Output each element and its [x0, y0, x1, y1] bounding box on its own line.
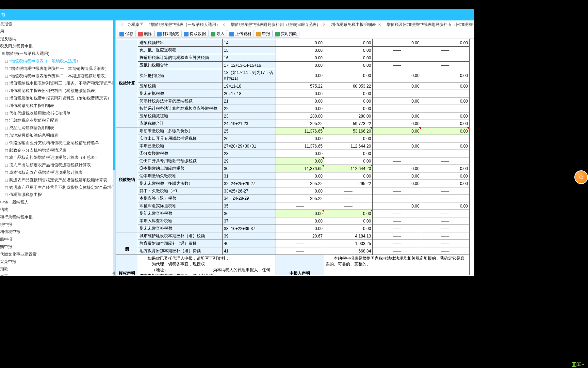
grid-row-18（如17<11，则为17，否则为11）: 实际抵扣税额18（如17<11，则为17，否则为11）0.000.000.000…	[116, 69, 470, 82]
sidebar-item-33[interactable]: 扣款	[0, 265, 115, 273]
cell-c2: 295.22	[324, 180, 372, 187]
sidebar-item-26[interactable]: 和行为税纳税申报	[0, 214, 115, 221]
sidebar-item-0[interactable]: 息报告	[0, 20, 115, 28]
cell-c4: ——	[421, 150, 469, 157]
cell-c1: 0.00	[276, 150, 324, 157]
tab-4[interactable]: 增值税及附加税费申报表附列资料五（附加税费情况表）✕	[384, 22, 474, 28]
sidebar-item-13[interactable]: 汇总纳税企业增值税分配表	[0, 117, 115, 124]
sidebar-item-29[interactable]: 船申报	[0, 236, 115, 243]
cell-c2: 4,184.13	[324, 232, 372, 240]
sidebar-item-7[interactable]: *增值税纳税申报表附列资料二（本期进项税额明细表）	[0, 73, 115, 80]
cell-c1[interactable]: 0.00	[276, 210, 324, 217]
sidebar-item-9[interactable]: 增值税纳税申报表附列资料四（税额抵减情况表）	[0, 87, 115, 95]
tab-0[interactable]: 办税桌面	[125, 22, 146, 28]
tab-1[interactable]: *增值税纳税申报表（一般纳税人适用）✕	[146, 22, 228, 28]
sidebar-item-23[interactable]: 值税预缴税款申报	[0, 191, 115, 199]
cell-c1[interactable]: 11,376.65	[276, 165, 324, 172]
import-button[interactable]: 导入	[208, 30, 227, 38]
tab-close-icon[interactable]: ✕	[376, 22, 381, 27]
sidebar-item-14[interactable]: 成品油购销存情况明细表	[0, 124, 115, 132]
row-label: 按简易计税办法计算的纳税检查应补缴税额	[138, 105, 223, 112]
cell-c2[interactable]: 0.00	[324, 210, 372, 217]
sidebar-item-22[interactable]: 购进农产品用于生产经营且不构成货物实体核定农产品增值税进项税额计算	[0, 184, 115, 191]
sidebar-item-18[interactable]: 农产品核定扣除增值税进项税额计算表（汇总表）	[0, 154, 115, 162]
save-button[interactable]: 保存	[117, 30, 136, 38]
fetch-button[interactable]: 提取数据	[181, 30, 208, 38]
upload-button[interactable]: 上传资料	[227, 30, 254, 38]
sidebar-collapse-icon[interactable]	[112, 271, 115, 275]
sidebar-item-12[interactable]: 代扣代缴税收通用缴款书抵扣清单	[0, 110, 115, 117]
sidebar-item-28[interactable]: 增值税申报	[0, 228, 115, 236]
row-number: 38=16+22+36-37	[223, 225, 276, 232]
cell-c4: ——	[421, 232, 469, 240]
sidebar-item-8[interactable]: 增值税纳税申报表附列资料三（服务、不动产和无形资产扣除项目明细）	[0, 80, 115, 87]
cell-c3: ——	[373, 217, 421, 225]
cell-c2: 0.00	[324, 47, 372, 54]
row-label: ②出口开具专用缴款书预缴税额	[138, 157, 223, 165]
cell-c2: ——	[324, 195, 372, 202]
auth-title: 授权声明	[116, 255, 138, 276]
sidebar-item-10[interactable]: 增值税及附加税费申报表附列资料五（附加税费情况表）	[0, 95, 115, 102]
save-label: 保存	[125, 31, 133, 37]
chat-float-icon[interactable]: ☺	[574, 170, 588, 184]
grid-row-23: 应纳税额减征额23280.00280.000.000.00	[116, 112, 470, 120]
cell-c2[interactable]: 53,166.20	[324, 127, 372, 135]
cell-c3[interactable]: 0.00	[373, 127, 421, 135]
cell-c2[interactable]: 112,644.20	[324, 165, 372, 172]
sidebar-item-5[interactable]: *增值税纳税申报表（一般纳税人适用）	[0, 58, 115, 65]
cell-c4: ——	[421, 217, 469, 225]
sidebar-item-21[interactable]: 购进农产品直接销售核定农产品增值税进项税额计算表	[0, 177, 115, 184]
fetch-label: 提取数据	[190, 31, 206, 37]
cell-c3: 0.00	[373, 112, 421, 120]
pay-button[interactable]: 实时扣款	[273, 30, 299, 38]
sidebar-item-2[interactable]: 报及缴纳	[0, 35, 115, 43]
fetch-icon	[184, 32, 189, 36]
sidebar-item-20[interactable]: 成本法核定农产品增值税进项税额计算表	[0, 169, 115, 177]
row-label: 应纳税额减征额	[138, 112, 223, 120]
grid-scroll[interactable]: 税款计算进项税额转出140.000.000.000.00免、抵、退应退税额150…	[116, 39, 474, 275]
grid-row-22: 按简易计税办法计算的纳税检查应补缴税额220.000.00————	[116, 105, 470, 112]
row-number: 14	[223, 39, 276, 47]
sidebar-item-32[interactable]: 采菜申报	[0, 258, 115, 266]
row-label: 教育费附加本期应补（退）费额	[138, 240, 223, 247]
row-label: 实收出口开具专用缴款书退税额	[138, 135, 223, 142]
sidebar-item-16[interactable]: 铁路运输企业分支机构增值税汇总纳税信息传递单	[0, 139, 115, 147]
cell-c1[interactable]: 11,376.65	[276, 127, 324, 135]
sidebar-item-31[interactable]: 代缴文化事业建设费	[0, 251, 115, 258]
sidebar-item-15[interactable]: 加油站月份加油信息明细表	[0, 132, 115, 139]
sidebar-item-3[interactable]: 税及附加税费申报	[0, 43, 115, 50]
delete-button[interactable]: 删除	[136, 30, 154, 38]
sidebar-item-25[interactable]: 稽核	[0, 206, 115, 214]
delete-icon	[138, 32, 143, 36]
row-label: 即征即退实际退税额	[138, 202, 223, 210]
cell-c4: ——	[421, 187, 469, 195]
tab-2[interactable]: 增值税纳税申报表附列资料四（税额抵减情况表）✕	[228, 22, 328, 28]
declare-button[interactable]: 申报	[254, 30, 273, 38]
sidebar-item-11[interactable]: 增值税减免税申报明细表	[0, 102, 115, 110]
sidebar-item-24[interactable]: 中转一般纳税人	[0, 199, 115, 206]
sidebar-item-1[interactable]: 用	[0, 28, 115, 35]
preview-label: 打印预览	[163, 31, 179, 37]
tab-3[interactable]: 增值税减免税申报明细表✕	[328, 22, 384, 28]
cell-c4[interactable]: 0.00	[421, 127, 469, 135]
cell-c1[interactable]: 0.00	[276, 157, 324, 165]
tabs-prev-icon[interactable]: 《	[118, 22, 125, 28]
sidebar-item-19[interactable]: 投入产出法核定农产品增值税进项税额计算表	[0, 162, 115, 169]
row-number: 20=17-18	[223, 90, 276, 97]
sidebar-scrollbar[interactable]	[113, 20, 115, 276]
tab-close-icon[interactable]: ✕	[321, 22, 326, 27]
sidebar-item-4[interactable]: ⊟ 增值税(一般纳税人适用)	[0, 50, 115, 58]
cell-c1: ——	[276, 247, 324, 255]
cell-c4: 0.00	[421, 97, 469, 105]
sidebar-item-6[interactable]: *增值税纳税申报表附列资料一（本期销售情况明细表）	[0, 65, 115, 73]
sidebar-item-17[interactable]: 邮政企业分支机构增值税情况表	[0, 147, 115, 154]
sidebar-item-34[interactable]: 更正	[0, 273, 115, 276]
preview-button[interactable]: 打印预览	[154, 30, 181, 38]
sidebar-item-27[interactable]: 税申报	[0, 221, 115, 229]
tab-close-icon[interactable]: ✕	[220, 22, 225, 27]
cell-c1: 0.00	[276, 187, 324, 195]
cell-c2: ——	[324, 187, 372, 195]
cell-c3: 0.00	[373, 165, 421, 172]
sidebar-item-30[interactable]: 购申报	[0, 243, 115, 251]
cell-c4: 0.00	[421, 112, 469, 120]
